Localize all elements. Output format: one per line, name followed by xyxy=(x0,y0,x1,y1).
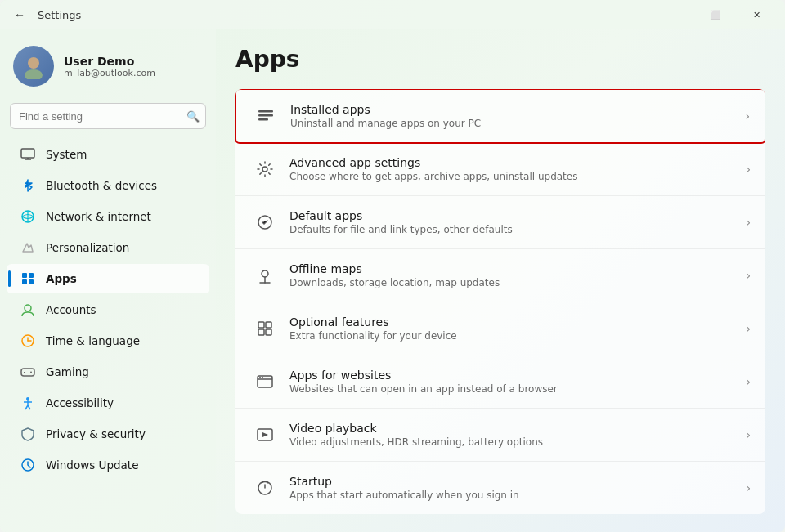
default-apps-item[interactable]: Default apps Defaults for file and link … xyxy=(236,196,765,249)
svg-rect-7 xyxy=(22,273,27,278)
svg-rect-27 xyxy=(258,118,268,121)
windows-update-icon xyxy=(20,457,36,473)
titlebar-left: ← Settings xyxy=(10,5,656,25)
startup-chevron: › xyxy=(746,481,751,494)
installed-apps-item[interactable]: Installed apps Uninstall and manage apps… xyxy=(236,89,765,144)
offline-maps-title: Offline maps xyxy=(289,262,746,275)
sidebar: User Demo m_lab@outlook.com 🔍 System xyxy=(0,29,216,532)
nav-time-label: Time & language xyxy=(46,334,140,347)
system-icon xyxy=(20,146,36,163)
svg-point-11 xyxy=(25,305,31,311)
svg-rect-35 xyxy=(266,329,271,335)
video-playback-text: Video playback Video adjustments, HDR st… xyxy=(289,422,746,448)
advanced-app-chevron: › xyxy=(746,163,751,176)
apps-for-websites-title: Apps for websites xyxy=(289,369,746,382)
advanced-app-settings-item[interactable]: Advanced app settings Choose where to ge… xyxy=(236,143,765,196)
settings-list: Installed apps Uninstall and manage apps… xyxy=(236,89,765,514)
minimize-button[interactable]: — xyxy=(656,3,693,26)
accounts-icon xyxy=(20,302,36,318)
titlebar-controls: — ⬜ ✕ xyxy=(656,3,775,26)
accessibility-icon xyxy=(20,395,36,411)
nav-privacy[interactable]: Privacy & security xyxy=(7,419,209,449)
nav-windows-update[interactable]: Windows Update xyxy=(7,450,209,480)
video-playback-desc: Video adjustments, HDR streaming, batter… xyxy=(289,436,746,448)
nav-accounts[interactable]: Accounts xyxy=(7,295,209,324)
svg-rect-32 xyxy=(258,322,264,328)
nav-time[interactable]: Time & language xyxy=(7,326,209,355)
installed-apps-desc: Uninstall and manage apps on your PC xyxy=(290,118,745,129)
close-button[interactable]: ✕ xyxy=(738,3,775,26)
apps-for-websites-icon xyxy=(250,367,280,396)
user-info: User Demo m_lab@outlook.com xyxy=(64,55,155,78)
optional-features-item[interactable]: Optional features Extra functionality fo… xyxy=(236,302,765,355)
svg-rect-2 xyxy=(21,149,34,158)
optional-features-desc: Extra functionality for your device xyxy=(289,330,746,342)
apps-for-websites-item[interactable]: Apps for websites Websites that can open… xyxy=(236,355,765,409)
svg-point-30 xyxy=(262,270,268,277)
nav-system[interactable]: System xyxy=(7,140,209,169)
video-playback-item[interactable]: Video playback Video adjustments, HDR st… xyxy=(236,409,765,462)
network-icon xyxy=(20,208,36,225)
startup-icon xyxy=(250,473,280,503)
gaming-icon xyxy=(20,364,36,380)
installed-apps-title: Installed apps xyxy=(290,103,745,116)
nav-apps-label: Apps xyxy=(46,272,77,285)
nav-system-label: System xyxy=(46,148,87,161)
nav-network-label: Network & internet xyxy=(46,210,151,223)
svg-rect-25 xyxy=(258,110,273,113)
video-playback-chevron: › xyxy=(746,428,751,441)
nav-network[interactable]: Network & internet xyxy=(7,202,209,231)
optional-features-title: Optional features xyxy=(289,315,746,329)
svg-point-38 xyxy=(259,377,261,378)
installed-apps-chevron: › xyxy=(745,110,750,123)
user-profile[interactable]: User Demo m_lab@outlook.com xyxy=(0,36,216,103)
nav-bluetooth-label: Bluetooth & devices xyxy=(46,179,157,192)
video-playback-icon xyxy=(250,420,280,449)
privacy-icon xyxy=(20,426,36,442)
advanced-app-desc: Choose where to get apps, archive apps, … xyxy=(289,171,746,182)
apps-for-websites-text: Apps for websites Websites that can open… xyxy=(289,369,746,395)
default-apps-title: Default apps xyxy=(289,209,746,222)
nav-privacy-label: Privacy & security xyxy=(46,427,146,440)
user-email: m_lab@outlook.com xyxy=(64,68,155,78)
nav-bluetooth[interactable]: Bluetooth & devices xyxy=(7,171,209,200)
nav-accessibility[interactable]: Accessibility xyxy=(7,388,209,418)
video-playback-title: Video playback xyxy=(289,422,746,435)
optional-features-chevron: › xyxy=(746,322,751,335)
startup-title: Startup xyxy=(289,475,746,488)
maximize-button[interactable]: ⬜ xyxy=(697,3,734,26)
back-button[interactable]: ← xyxy=(10,5,29,25)
optional-features-icon xyxy=(250,314,280,343)
offline-maps-item[interactable]: Offline maps Downloads, storage location… xyxy=(236,249,765,302)
time-icon xyxy=(20,333,36,349)
main-content: User Demo m_lab@outlook.com 🔍 System xyxy=(0,29,785,532)
nav-gaming[interactable]: Gaming xyxy=(7,357,209,387)
default-apps-chevron: › xyxy=(746,216,751,229)
svg-rect-9 xyxy=(22,279,27,284)
search-input[interactable] xyxy=(10,103,206,129)
content-panel: Apps Installed apps Uninstall and manage… xyxy=(216,29,785,532)
offline-maps-icon xyxy=(250,261,280,290)
svg-point-0 xyxy=(28,57,39,69)
nav-gaming-label: Gaming xyxy=(46,365,89,378)
search-box: 🔍 xyxy=(10,103,206,129)
svg-line-23 xyxy=(28,405,30,409)
nav-personalization[interactable]: Personalization xyxy=(7,233,209,262)
svg-line-22 xyxy=(25,405,28,409)
nav-accessibility-label: Accessibility xyxy=(46,396,114,409)
svg-rect-8 xyxy=(29,273,34,278)
nav-apps[interactable]: Apps xyxy=(7,264,209,293)
startup-item[interactable]: Startup Apps that start automatically wh… xyxy=(236,462,765,514)
default-apps-icon xyxy=(250,208,280,237)
svg-rect-33 xyxy=(266,322,271,328)
svg-rect-10 xyxy=(29,279,34,284)
default-apps-desc: Defaults for file and link types, other … xyxy=(289,224,746,235)
titlebar: ← Settings — ⬜ ✕ xyxy=(0,0,785,29)
advanced-app-icon xyxy=(250,154,280,184)
bluetooth-icon xyxy=(20,177,36,194)
optional-features-text: Optional features Extra functionality fo… xyxy=(289,315,746,342)
svg-point-28 xyxy=(262,167,267,172)
advanced-app-text: Advanced app settings Choose where to ge… xyxy=(289,156,746,182)
startup-desc: Apps that start automatically when you s… xyxy=(289,490,746,501)
avatar xyxy=(13,46,54,87)
